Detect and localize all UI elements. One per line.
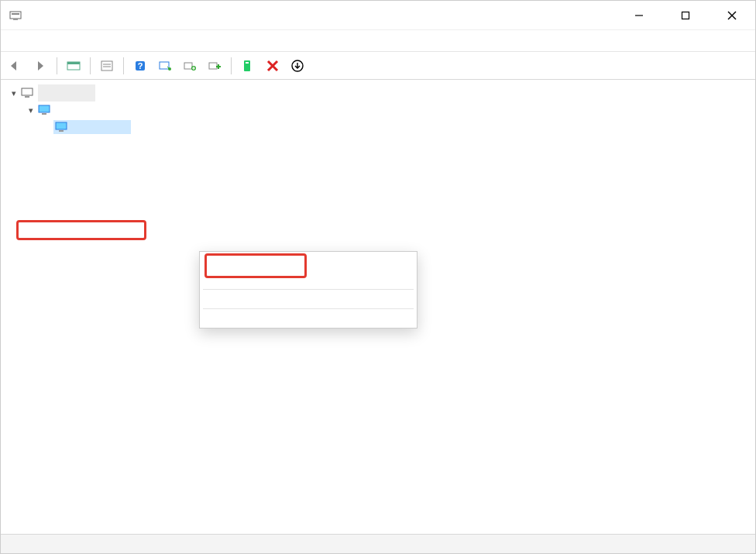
menu-file[interactable] — [9, 38, 30, 44]
context-menu — [199, 251, 418, 329]
back-button[interactable] — [5, 56, 26, 76]
computer-icon — [19, 86, 35, 100]
display-icon — [53, 120, 69, 134]
svg-rect-0 — [10, 12, 21, 19]
help-button[interactable]: ? — [130, 56, 150, 76]
svg-rect-1 — [12, 13, 19, 15]
maximize-button[interactable] — [662, 1, 709, 29]
show-hidden-button[interactable] — [64, 56, 84, 76]
minimize-button[interactable] — [616, 1, 662, 29]
ctx-separator — [203, 289, 414, 290]
svg-text:?: ? — [138, 61, 143, 71]
ctx-disable-device[interactable] — [200, 266, 417, 275]
svg-rect-24 — [39, 105, 50, 112]
svg-rect-25 — [42, 113, 46, 115]
svg-rect-26 — [56, 122, 67, 129]
disable-button[interactable] — [263, 56, 283, 76]
ctx-separator — [203, 308, 414, 309]
display-icon — [36, 103, 52, 117]
ctx-scan-hardware[interactable] — [200, 294, 417, 304]
svg-rect-2 — [13, 19, 18, 20]
scan-button[interactable] — [155, 56, 175, 76]
svg-point-15 — [168, 67, 171, 71]
menu-action[interactable] — [30, 38, 52, 44]
toolbar-separator — [231, 57, 232, 74]
ctx-properties[interactable] — [200, 314, 417, 323]
forward-button[interactable] — [30, 56, 50, 76]
toolbar-separator — [123, 57, 124, 74]
svg-rect-22 — [22, 88, 33, 95]
add-legacy-button[interactable] — [204, 56, 225, 76]
tree-item-display-adaptors[interactable]: ▾ — [26, 102, 755, 119]
menu-help[interactable] — [74, 38, 95, 44]
close-button[interactable] — [709, 1, 755, 29]
svg-rect-20 — [246, 62, 249, 64]
svg-rect-18 — [209, 63, 217, 69]
ctx-update-driver[interactable] — [200, 256, 417, 266]
app-icon — [9, 9, 22, 22]
status-bar — [1, 535, 755, 553]
toolbar: ? — [1, 52, 755, 80]
tree-item-graphics-device[interactable]: ▸ — [43, 119, 755, 136]
chevron-down-icon[interactable]: ▾ — [26, 105, 36, 115]
title-bar — [1, 1, 755, 30]
svg-rect-8 — [67, 62, 80, 64]
svg-rect-16 — [184, 63, 192, 69]
chevron-down-icon[interactable]: ▾ — [9, 88, 19, 98]
uninstall-button[interactable] — [238, 56, 258, 76]
svg-rect-27 — [59, 130, 64, 132]
menu-view[interactable] — [52, 38, 74, 44]
menu-bar — [1, 30, 755, 52]
svg-rect-14 — [160, 62, 169, 69]
svg-rect-9 — [101, 61, 112, 71]
svg-rect-4 — [682, 12, 689, 19]
toolbar-separator — [90, 57, 91, 74]
ctx-uninstall-device[interactable] — [200, 275, 417, 284]
update-driver-button[interactable] — [180, 56, 200, 76]
svg-rect-23 — [25, 96, 29, 98]
window-controls — [616, 1, 755, 29]
computer-name-blurred — [38, 84, 95, 102]
tree-root[interactable]: ▾ — [9, 84, 755, 102]
annotation-highlight — [16, 220, 146, 240]
properties-button[interactable] — [97, 56, 117, 76]
toolbar-separator — [57, 57, 57, 74]
enable-button[interactable] — [287, 56, 308, 76]
